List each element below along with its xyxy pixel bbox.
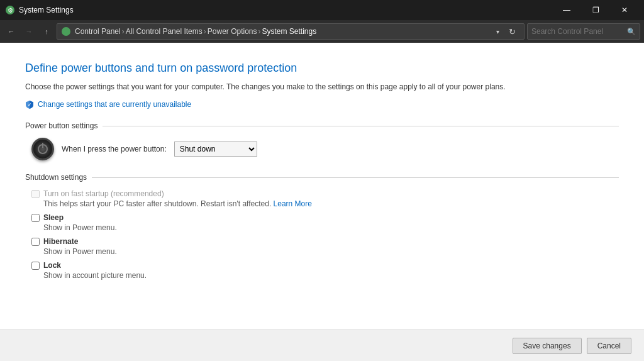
up-button[interactable]: ↑: [39, 24, 54, 39]
back-button[interactable]: ←: [4, 24, 19, 39]
sleep-item: Sleep Show in Power menu.: [31, 213, 619, 232]
refresh-button[interactable]: ↻: [504, 23, 520, 40]
hibernate-item: Hibernate Show in Power menu.: [31, 237, 619, 256]
page-description: Choose the power settings that you want …: [25, 81, 619, 92]
title-bar: ⚙ System Settings — ❐ ✕: [0, 0, 644, 20]
path-control-panel[interactable]: Control Panel: [75, 27, 121, 36]
main-content: Define power buttons and turn on passwor…: [0, 43, 644, 330]
power-button-label: When I press the power button:: [62, 145, 167, 153]
search-input[interactable]: [531, 27, 627, 36]
window-controls: — ❐ ✕: [552, 0, 639, 20]
address-dropdown-button[interactable]: ▾: [491, 23, 504, 40]
lock-item: Lock Show in account picture menu.: [31, 261, 619, 280]
address-path: Control Panel › All Control Panel Items …: [57, 23, 525, 40]
change-settings-link[interactable]: Change settings that are currently unava…: [38, 100, 191, 109]
path-power-options[interactable]: Power Options: [208, 27, 257, 36]
power-icon-inner: [38, 144, 48, 154]
close-button[interactable]: ✕: [610, 0, 639, 20]
power-button-row: When I press the power button: Shut down…: [25, 138, 619, 160]
maximize-button[interactable]: ❐: [581, 0, 610, 20]
sleep-label: Sleep: [43, 213, 64, 222]
hibernate-row: Hibernate: [31, 237, 619, 246]
hibernate-checkbox[interactable]: [31, 238, 40, 246]
svg-text:⚙: ⚙: [8, 7, 13, 14]
change-settings-row: ✓ Change settings that are currently una…: [25, 100, 619, 109]
fast-startup-learn-more-link[interactable]: Learn More: [274, 199, 312, 208]
sleep-checkbox[interactable]: [31, 214, 40, 222]
fast-startup-label: Turn on fast startup (recommended): [43, 189, 164, 198]
window-title: System Settings: [19, 6, 552, 14]
hibernate-label: Hibernate: [43, 237, 78, 246]
fast-startup-item: Turn on fast startup (recommended) This …: [31, 189, 619, 208]
address-bar: ← → ↑ Control Panel › All Control Panel …: [0, 20, 644, 43]
fast-startup-row: Turn on fast startup (recommended): [31, 189, 619, 198]
uac-shield-icon: ✓: [25, 100, 34, 109]
cancel-button[interactable]: Cancel: [587, 338, 631, 354]
forward-button[interactable]: →: [21, 24, 36, 39]
hibernate-description: Show in Power menu.: [31, 247, 619, 256]
power-button-section-title: Power button settings: [25, 121, 619, 130]
page-title: Define power buttons and turn on passwor…: [25, 62, 619, 75]
svg-text:✓: ✓: [28, 103, 31, 107]
footer: Save changes Cancel: [0, 330, 644, 361]
sleep-description: Show in Power menu.: [31, 223, 619, 232]
path-all-items[interactable]: All Control Panel Items: [126, 27, 203, 36]
fast-startup-description: This helps start your PC faster after sh…: [31, 199, 619, 208]
fast-startup-checkbox[interactable]: [31, 190, 40, 198]
lock-description: Show in account picture menu.: [31, 271, 619, 280]
search-box: 🔍: [527, 23, 640, 40]
lock-label: Lock: [43, 261, 61, 270]
shutdown-section-title: Shutdown settings: [25, 173, 619, 182]
save-changes-button[interactable]: Save changes: [513, 338, 582, 354]
app-icon: ⚙: [5, 5, 15, 15]
lock-checkbox[interactable]: [31, 262, 40, 270]
path-system-settings[interactable]: System Settings: [262, 27, 316, 36]
lock-row: Lock: [31, 261, 619, 270]
svg-point-2: [62, 27, 70, 36]
power-button-icon: [31, 138, 54, 160]
minimize-button[interactable]: —: [552, 0, 581, 20]
shutdown-settings: Turn on fast startup (recommended) This …: [25, 189, 619, 280]
sleep-row: Sleep: [31, 213, 619, 222]
search-icon: 🔍: [627, 28, 636, 36]
power-action-dropdown[interactable]: Shut down Sleep Hibernate Turn off the d…: [174, 142, 257, 157]
